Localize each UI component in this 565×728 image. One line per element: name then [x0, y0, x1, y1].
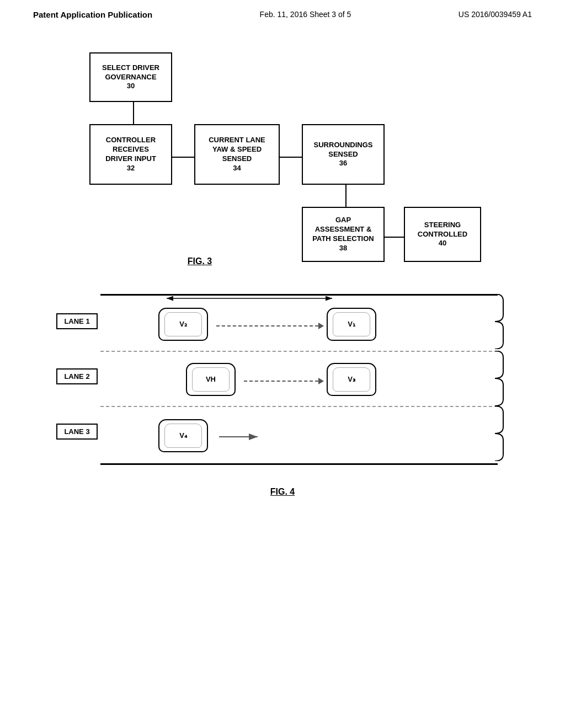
brace-lane3: [492, 406, 509, 461]
box-gap: GAPASSESSMENT &PATH SELECTION38: [302, 207, 385, 262]
car-v1: V₁: [327, 308, 376, 341]
header-patent-number: US 2016/0039459 A1: [459, 10, 532, 19]
measurement-arrow: [161, 293, 338, 304]
brace-lane1: [492, 294, 509, 349]
car-v4: V₄: [158, 419, 208, 452]
lane-divider-2: [100, 406, 498, 407]
box-current-lane: CURRENT LANEYAW & SPEEDSENSED34: [194, 124, 280, 185]
fig4-section: LANE 1 LANE 2 LANE 3 V₂: [0, 277, 565, 508]
brace-lane2: [492, 351, 509, 406]
lane-label-2: LANE 2: [56, 368, 98, 384]
header-publication-label: Patent Application Publication: [33, 10, 152, 19]
lane-divider-1: [100, 351, 498, 352]
car-vh: VH: [186, 363, 236, 396]
box-surroundings: SURROUNDINGSSENSED36: [302, 124, 385, 185]
header-date-sheet: Feb. 11, 2016 Sheet 3 of 5: [260, 10, 351, 19]
car-v2: V₂: [158, 308, 208, 341]
lane-label-3: LANE 3: [56, 424, 98, 440]
fig4-label: FIG. 4: [33, 487, 532, 497]
box-select-driver: SELECT DRIVERGOVERNANCE30: [89, 52, 172, 102]
lane2-travel-arrow: [244, 378, 324, 384]
box-steering: STEERINGCONTROLLED40: [404, 207, 481, 262]
car-v3: V₃: [327, 363, 376, 396]
lane3-arrow: [219, 431, 263, 443]
page-header: Patent Application Publication Feb. 11, …: [0, 0, 565, 25]
lane1-travel-arrow: [216, 323, 324, 329]
box-controller: CONTROLLERRECEIVESDRIVER INPUT32: [89, 124, 172, 185]
road-diagram: LANE 1 LANE 2 LANE 3 V₂: [56, 288, 509, 481]
lane-label-1: LANE 1: [56, 313, 98, 329]
flowchart: SELECT DRIVERGOVERNANCE30 CONTROLLERRECE…: [56, 41, 509, 273]
fig3-section: SELECT DRIVERGOVERNANCE30 CONTROLLERRECE…: [0, 25, 565, 277]
